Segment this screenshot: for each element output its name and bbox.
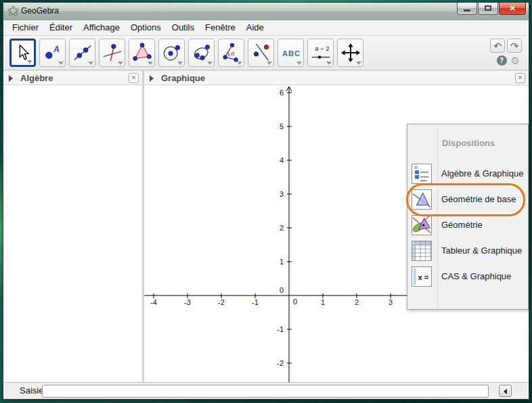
desktop-wallpaper: GeoGebra ✕ Fichier Éditer Affichage Opti…: [0, 0, 532, 403]
tool-dropdown-icon[interactable]: [58, 62, 64, 65]
algebra-panel-close-button[interactable]: ✕: [129, 73, 139, 83]
tool-dropdown-icon[interactable]: [27, 60, 32, 64]
tool-ellipse-button[interactable]: [188, 39, 215, 67]
layout-label: Algèbre & Graphique: [441, 161, 523, 187]
graphics-panel-title: Graphique: [161, 71, 205, 85]
toolbar-mini-icons: ? ⚙: [497, 55, 520, 66]
maximize-icon: [485, 5, 491, 11]
tool-line-button[interactable]: [69, 39, 95, 67]
svg-text:x =: x =: [418, 273, 428, 281]
tool-dropdown-icon[interactable]: [296, 62, 302, 65]
left-triangle-icon: [504, 389, 507, 394]
menu-fichier[interactable]: Fichier: [7, 20, 44, 35]
circle-center-point-icon: [162, 43, 182, 63]
help-button[interactable]: ?: [497, 55, 507, 66]
line-icon: [72, 43, 93, 63]
tool-dropdown-icon[interactable]: [177, 62, 183, 65]
gear-icon[interactable]: ⚙: [511, 55, 520, 66]
menu-fenetre[interactable]: Fenêtre: [200, 20, 241, 35]
tool-perpendicular-line-button[interactable]: [99, 39, 125, 67]
ellipse-icon: [192, 43, 212, 63]
svg-text:A: A: [52, 45, 59, 54]
tool-dropdown-icon[interactable]: [88, 62, 93, 65]
menu-options[interactable]: Options: [125, 20, 167, 35]
panel-collapse-arrow-icon[interactable]: [9, 75, 13, 82]
text-icon: ABC: [280, 43, 302, 63]
cas-graphics-icon: x =: [412, 266, 432, 287]
undo-button[interactable]: ↶: [490, 39, 505, 53]
x-tick-label: -3: [184, 298, 191, 306]
polygon-icon: [132, 43, 152, 63]
tool-point-button[interactable]: A: [39, 39, 66, 67]
menu-outils[interactable]: Outils: [167, 20, 200, 35]
undo-redo-group: ↶ ↷: [490, 39, 522, 53]
tool-text-button[interactable]: ABC: [278, 39, 304, 67]
algebra-panel-header: Algèbre ✕: [3, 70, 142, 85]
layout-basic-geometry[interactable]: Géométrie de base: [407, 187, 528, 212]
tool-dropdown-icon[interactable]: [356, 62, 361, 65]
tool-circle-button[interactable]: [158, 39, 185, 67]
menubar: Fichier Éditer Affichage Options Outils …: [3, 20, 529, 36]
y-tick-label: -1: [277, 325, 284, 333]
graphics-panel-close-button[interactable]: ✕: [515, 73, 525, 83]
x-tick-label: -2: [218, 298, 225, 306]
tool-dropdown-icon[interactable]: [326, 62, 332, 65]
x-tick-label: 1: [321, 298, 325, 306]
titlebar[interactable]: GeoGebra ✕: [3, 3, 529, 20]
menu-editer[interactable]: Éditer: [44, 20, 78, 35]
layout-algebra-graphics[interactable]: Algèbre & Graphique: [407, 161, 528, 187]
tool-dropdown-icon[interactable]: [207, 62, 213, 65]
spreadsheet-graphics-icon: [412, 241, 432, 261]
x-tick-label: 2: [355, 298, 359, 306]
input-help-toggle-button[interactable]: [499, 385, 512, 397]
maximize-button[interactable]: [478, 3, 498, 15]
window-controls: ✕: [456, 3, 526, 15]
menu-affichage[interactable]: Affichage: [78, 20, 125, 35]
y-tick-label: 5: [280, 122, 284, 131]
layout-cas-graphics[interactable]: x = CAS & Graphique: [407, 264, 528, 289]
tool-angle-button[interactable]: α: [218, 39, 244, 67]
dispositions-panel: Dispositions Algèbre & Graphique Géométr…: [407, 124, 529, 310]
tool-move-button[interactable]: [9, 39, 36, 67]
y-tick-label: 6: [280, 89, 284, 97]
redo-arrow-icon: ↷: [510, 41, 518, 51]
perpendicular-line-icon: [102, 43, 123, 63]
tool-reflect-button[interactable]: [248, 39, 274, 67]
algebra-panel-body[interactable]: [3, 85, 142, 382]
move-graphics-view-icon: [340, 43, 361, 63]
tool-polygon-button[interactable]: [129, 39, 155, 67]
minimize-button[interactable]: [457, 3, 477, 15]
y-tick-label: -2: [277, 359, 284, 367]
tool-move-view-button[interactable]: [337, 39, 363, 67]
y-tick-label: 1: [280, 258, 284, 266]
tool-dropdown-icon[interactable]: [118, 62, 123, 65]
tool-dropdown-icon[interactable]: [237, 62, 242, 65]
svg-text:a = 2: a = 2: [315, 45, 329, 52]
tool-buttons: A: [9, 39, 363, 67]
graphics-panel-header: Graphique ✕: [144, 70, 529, 85]
close-icon: ✕: [509, 4, 515, 12]
tool-dropdown-icon[interactable]: [267, 62, 272, 65]
geogebra-logo-icon: [8, 6, 18, 16]
tool-slider-button[interactable]: a = 2: [307, 39, 334, 67]
y-tick-label: 4: [280, 156, 284, 164]
layout-geometry[interactable]: Géométrie: [407, 212, 528, 238]
close-button[interactable]: ✕: [499, 3, 526, 15]
slider-icon: a = 2: [310, 43, 332, 63]
redo-button[interactable]: ↷: [507, 39, 522, 53]
geometry-icon: [412, 215, 432, 235]
toolbar: A: [3, 36, 529, 70]
panel-collapse-arrow-icon[interactable]: [150, 75, 154, 82]
reflect-about-line-icon: [251, 43, 271, 63]
algebra-panel: Algèbre ✕: [3, 70, 142, 382]
menu-aide[interactable]: Aide: [241, 20, 269, 35]
window-title: GeoGebra: [21, 3, 59, 20]
tool-dropdown-icon[interactable]: [148, 62, 153, 65]
svg-text:ABC: ABC: [282, 49, 300, 57]
layout-spreadsheet-graphics[interactable]: Tableur & Graphique: [407, 238, 528, 264]
minimize-icon: [464, 9, 470, 11]
saisie-input[interactable]: [42, 385, 489, 398]
algebra-graphics-icon: [412, 164, 432, 184]
layout-label: Géométrie de base: [441, 187, 516, 212]
dispositions-title: Dispositions: [442, 138, 495, 148]
